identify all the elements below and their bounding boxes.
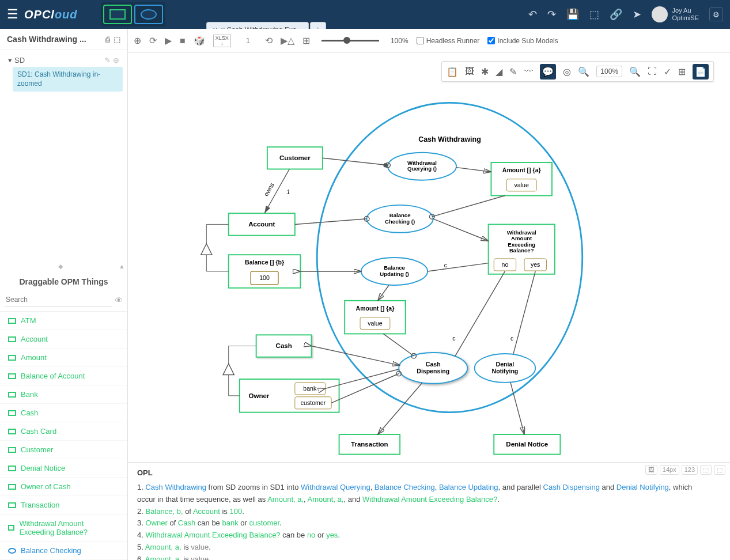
object-tool[interactable] [103, 5, 132, 24]
user-text: Joy Au OptimiSE [672, 7, 699, 22]
eye-icon[interactable]: 👁 [115, 296, 123, 305]
svg-text:BalanceUpdating (): BalanceUpdating () [380, 264, 409, 277]
drag-item-label: Cash [21, 408, 38, 417]
refresh-icon[interactable]: ⟳ [149, 35, 157, 46]
fullscreen-icon[interactable]: ⛶ [648, 66, 657, 77]
redo-icon[interactable]: ↷ [547, 8, 556, 21]
save-icon[interactable]: 💾 [566, 8, 579, 21]
drag-item[interactable]: Transaction [0, 496, 127, 514]
svg-line-25 [433, 219, 489, 241]
include-checkbox[interactable]: Include Sub Models [487, 37, 558, 45]
tree-icon[interactable]: ⎙ [105, 35, 110, 44]
opl-fontsize[interactable]: 14px [660, 465, 679, 475]
shape-tools [101, 2, 165, 27]
logo: OPCloud [24, 8, 78, 21]
target-icon[interactable]: ◎ [563, 66, 571, 77]
drag-item[interactable]: Owner of Cash [0, 478, 127, 496]
user-org: OptimiSE [672, 14, 699, 22]
stop-icon[interactable]: ■ [180, 36, 186, 46]
drag-item-label: ATM [21, 316, 36, 325]
export-icon[interactable]: ⬚ [589, 8, 599, 21]
zoom-in-icon[interactable]: 🔍 [578, 66, 589, 77]
dice-icon[interactable]: 🎲 [194, 35, 205, 46]
page-num: 1 [246, 36, 250, 45]
play-icon[interactable]: ▶ [165, 35, 172, 46]
slider-thumb[interactable] [343, 37, 350, 44]
search-row: 👁 [5, 293, 123, 307]
opl-img-icon[interactable]: 🖼 [645, 465, 657, 475]
opl-panel: 🖼 14px 123 ⬚ ⬚ OPL 1. Cash Withdrawing f… [128, 462, 730, 560]
menu-icon[interactable]: ☰ [7, 7, 18, 22]
drag-item[interactable]: Account [0, 330, 127, 349]
xlsx-icon[interactable]: XLSX↓ [213, 35, 231, 47]
drag-item[interactable]: Withdrawal Amount Exceeding Balance? [0, 514, 127, 542]
opl-t2-icon[interactable]: ⬚ [714, 465, 725, 475]
link-tool-icon[interactable]: ✱ [481, 66, 489, 77]
svg-line-31 [455, 271, 505, 356]
drag-item[interactable]: Denial Notice [0, 459, 127, 478]
drag-item-label: Balance Checking [21, 546, 81, 555]
image-icon[interactable]: 🖼 [465, 66, 474, 77]
zoom-label: 100% [391, 37, 409, 45]
arc-icon[interactable]: ◢ [496, 66, 502, 77]
search-input[interactable] [5, 293, 112, 307]
user-block[interactable]: Joy Au OptimiSE [652, 6, 699, 22]
canvas[interactable]: Cash Withdrawing Customer Account owns 1… [128, 53, 730, 462]
link-icon[interactable]: 🔗 [610, 8, 622, 21]
drag-item-label: Withdrawal Amount Exceeding Balance? [19, 519, 119, 536]
drag-list: ATMAccountAmountBalance of AccountBankCa… [0, 311, 127, 560]
sync-icon[interactable]: ⟲ [265, 35, 273, 46]
send-icon[interactable]: ➤ [633, 8, 641, 21]
drag-item[interactable]: Cash Card [0, 422, 127, 441]
label-cash: Cash [276, 342, 292, 349]
tree-root[interactable]: ▾ SD✎ ⊕ [5, 54, 123, 67]
drag-item[interactable]: Amount [0, 349, 127, 367]
float-zoom-label[interactable]: 100% [596, 66, 622, 77]
opl-t1-icon[interactable]: ⬚ [700, 465, 712, 475]
process-tool[interactable] [134, 5, 163, 24]
grid-icon[interactable]: ⊞ [302, 35, 310, 46]
rect-icon [8, 484, 16, 490]
drag-item-label: Account [21, 335, 48, 343]
diagram: Cash Withdrawing Customer Account owns 1… [128, 53, 730, 462]
zoom-fit-icon[interactable]: ⊕ [134, 35, 141, 46]
panel-handle[interactable]: ◆▲ [0, 260, 127, 273]
headless-checkbox[interactable]: Headless Runner [417, 37, 480, 45]
drag-item[interactable]: Customer [0, 441, 127, 459]
drag-item[interactable]: Cash [0, 404, 127, 422]
tree-sub-sd1[interactable]: SD1: Cash Withdrawing in-zoomed [13, 67, 123, 92]
oval-icon [141, 9, 157, 20]
edge-owns: owns [262, 181, 275, 197]
svg-text:WithdrawalAmountExceedingBalan: WithdrawalAmountExceedingBalance? [507, 229, 536, 254]
gear-icon[interactable]: ⚙ [709, 7, 723, 21]
drag-item[interactable]: Balance of Account [0, 367, 127, 385]
brush-icon[interactable]: 〰 [524, 66, 533, 77]
drag-item[interactable]: Bank [0, 385, 127, 404]
undo-icon[interactable]: ↶ [528, 8, 537, 21]
svg-line-21 [323, 158, 388, 165]
triangle-icon [201, 244, 212, 255]
note-icon[interactable]: 📄 [693, 64, 709, 80]
label-amount1-val: value [515, 181, 529, 188]
drag-item-label: Owner of Cash [21, 482, 71, 491]
drag-item-label: Bank [21, 390, 38, 399]
comment-icon[interactable]: 💬 [540, 64, 556, 80]
hash-icon[interactable]: ⊞ [678, 66, 686, 77]
tree-icon2[interactable]: ⬚ [114, 35, 120, 44]
edit-icon[interactable]: ✎ ⊕ [104, 56, 119, 65]
drag-item[interactable]: Balance Checking [0, 542, 127, 560]
drag-item-label: Customer [21, 445, 53, 454]
check-icon[interactable]: ✓ [664, 66, 671, 77]
doc-icon[interactable]: 📋 [447, 66, 458, 77]
play-all-icon[interactable]: ▶△ [281, 35, 294, 46]
label-amount2: Amount [] {a} [356, 305, 395, 312]
edge-c2: c [452, 335, 455, 342]
rect-icon [8, 447, 16, 453]
opl-line: 4. Withdrawal Amount Exceeding Balance? … [137, 529, 721, 542]
opl-num-icon[interactable]: 123 [682, 465, 698, 475]
zoom-slider[interactable] [321, 40, 379, 41]
pen-icon[interactable]: ✎ [509, 66, 517, 77]
opl-line: 1. Cash Withdrawing from SD zooms in SD1… [137, 482, 721, 494]
drag-item[interactable]: ATM [0, 312, 127, 330]
zoom-out-icon[interactable]: 🔍 [629, 66, 641, 77]
